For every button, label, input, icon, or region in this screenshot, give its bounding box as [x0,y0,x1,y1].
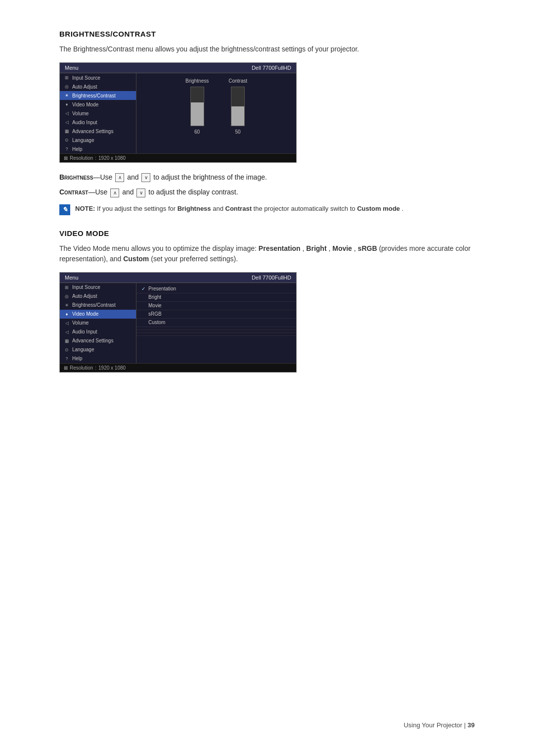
brightness-contrast-intro: The Brightness/Contrast menu allows you … [59,44,475,54]
brightness-instruction: Brightness—Use ∧ and ∨ to adjust the bri… [59,172,475,183]
menu-item-advanced-bc: ▦ Advanced Settings [60,127,136,136]
menu-footer-vm: ⊠ Resolution : 1920 x 1080 [60,363,296,372]
menu-title-vm: Menu [65,275,79,281]
vm-menu-input-source: ⊞ Input Source [60,283,136,292]
down-arrow-key-contrast: ∨ [136,189,145,197]
menu-item-help-bc: ? Help [60,144,136,153]
menu-item-auto-adjust: ◎ Auto Adjust [60,82,136,91]
footer-text: Using Your Projector [403,721,462,729]
vm-language-icon: ⊙ [64,347,70,353]
vm-advanced-icon: ▦ [64,338,70,344]
vm-menu-advanced: ▦ Advanced Settings [60,336,136,345]
resolution-icon-vm: ⊠ [64,365,68,371]
menu-footer-bc: ⊠ Resolution : 1920 x 1080 [60,153,296,162]
menu-title-bc: Menu [65,65,79,71]
note-icon-bc: ✎ [59,204,70,215]
brightness-icon: ☀ [64,93,70,98]
input-source-icon: ⊞ [64,75,70,81]
menu-item-brightness-contrast: ☀ Brightness/Contrast [60,91,136,100]
video-options-list: ✓ Presentation Bright Movie [136,283,296,338]
menu-item-input-source: ⊞ Input Source [60,73,136,82]
option-custom: Custom [136,319,296,327]
video-mode-menu: Menu Dell 7700FullHD ⊞ Input Source ◎ Au… [59,272,297,373]
vm-auto-adjust-icon: ◎ [64,293,70,299]
option-bright: Bright [136,293,296,302]
audio-input-icon-bc: ◁ [64,119,70,125]
footer-separator: | [464,721,468,729]
check-presentation: ✓ [141,286,148,291]
brightness-bold-label: Brightness [59,173,93,181]
menu-item-audio-input-bc: ◁ Audio Input [60,118,136,127]
resolution-icon-bc: ⊠ [64,155,68,161]
vm-menu-audio-input: ◁ Audio Input [60,328,136,336]
sliders-area: Brightness 60 Contrast 50 [136,73,296,140]
up-arrow-key-brightness: ∧ [115,173,124,182]
menu-brand-vm: Dell 7700FullHD [252,275,291,281]
contrast-value: 50 [235,129,241,135]
vm-video-mode-icon: ♦ [64,311,70,317]
menu-right-bc: Brightness 60 Contrast 50 [136,73,296,153]
footer-page-number: 39 [468,721,475,729]
vm-menu-auto-adjust: ◎ Auto Adjust [60,292,136,301]
option-srgb: sRGB [136,310,296,319]
page-footer: Using Your Projector | 39 [403,721,475,729]
vm-brightness-icon: ☀ [64,302,70,308]
vm-menu-volume: ◁ Volume [60,319,136,328]
vm-input-source-icon: ⊞ [64,284,70,290]
menu-item-volume-bc: ◁ Volume [60,109,136,118]
vm-volume-icon: ◁ [64,320,70,326]
menu-item-language-bc: ⊙ Language [60,136,136,144]
menu-brand-bc: Dell 7700FullHD [252,65,291,71]
up-arrow-key-contrast: ∧ [110,189,119,197]
language-icon-bc: ⊙ [64,137,70,143]
menu-right-vm: ✓ Presentation Bright Movie [136,283,296,363]
vm-audio-input-icon: ◁ [64,329,70,335]
video-mode-icon-bc: ♦ [64,101,70,107]
option-blank3 [136,333,296,336]
menu-left-vm: ⊞ Input Source ◎ Auto Adjust ☀ Brightnes… [60,283,136,363]
brightness-value: 60 [194,129,200,135]
vm-help-icon: ? [64,356,70,362]
menu-left-bc: ⊞ Input Source ◎ Auto Adjust ☀ Brightnes… [60,73,136,153]
down-arrow-key-brightness: ∨ [141,173,150,182]
vm-menu-brightness: ☀ Brightness/Contrast [60,301,136,310]
brightness-slider-col: Brightness 60 [185,78,209,135]
menu-item-video-mode-bc: ♦ Video Mode [60,100,136,109]
video-mode-heading: VIDEO MODE [59,229,475,237]
note-text-bc: NOTE: If you adjust the settings for Bri… [75,204,403,214]
option-presentation: ✓ Presentation [136,285,296,293]
option-movie: Movie [136,302,296,310]
advanced-icon-bc: ▦ [64,128,70,134]
contrast-instruction: Contrast—Use ∧ and ∨ to adjust the displ… [59,187,475,197]
brightness-contrast-heading: BRIGHTNESS/CONTRAST [59,30,475,38]
brightness-label: Brightness [185,78,209,84]
brightness-track [190,87,204,126]
contrast-label: Contrast [228,78,247,84]
auto-adjust-icon: ◎ [64,84,70,90]
vm-menu-help: ? Help [60,354,136,363]
note-box-bc: ✎ NOTE: If you adjust the settings for B… [59,204,475,215]
contrast-bold-label: Contrast [59,188,88,196]
video-mode-intro: The Video Mode menu allows you to optimi… [59,243,475,264]
vm-menu-video-mode: ♦ Video Mode [60,310,136,319]
help-icon-bc: ? [64,146,70,152]
vm-menu-language: ⊙ Language [60,345,136,354]
brightness-contrast-menu: Menu Dell 7700FullHD ⊞ Input Source ◎ Au… [59,62,297,163]
contrast-track [231,87,245,126]
volume-icon-bc: ◁ [64,110,70,116]
contrast-slider-col: Contrast 50 [228,78,247,135]
